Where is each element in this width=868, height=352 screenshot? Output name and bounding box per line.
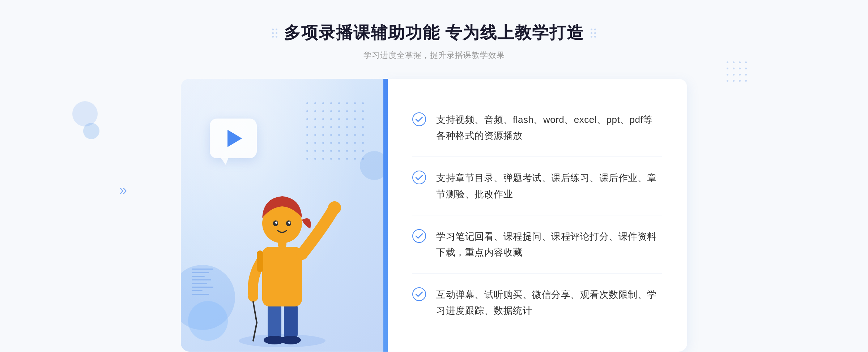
subtitle: 学习进度全掌握，提升录播课教学效果: [272, 50, 596, 61]
feature-item-3: 学习笔记回看、课程提问、课程评论打分、课件资料下载，重点内容收藏: [412, 215, 662, 274]
outer-deco-circle-2: [83, 123, 99, 139]
feature-item-1: 支持视频、音频、flash、word、excel、ppt、pdf等各种格式的资源…: [412, 99, 662, 157]
feature-text-3: 学习笔记回看、课程提问、课程评论打分、课件资料下载，重点内容收藏: [436, 228, 662, 260]
play-triangle-icon: [227, 130, 242, 147]
svg-point-15: [288, 222, 290, 224]
svg-rect-2: [284, 301, 298, 341]
feature-text-2: 支持章节目录、弹题考试、课后练习、课后作业、章节测验、批改作业: [436, 170, 662, 202]
deco-circle-small: [360, 151, 383, 180]
blue-accent-bar: [383, 79, 387, 352]
illustration-dot-grid: [305, 100, 365, 161]
play-bubble: [210, 119, 257, 158]
svg-line-8: [253, 302, 257, 323]
feature-text-4: 互动弹幕、试听购买、微信分享、观看次数限制、学习进度跟踪、数据统计: [436, 287, 662, 318]
svg-rect-16: [257, 250, 263, 272]
title-row: 多项录播课辅助功能 专为线上教学打造: [272, 22, 596, 44]
svg-point-20: [413, 288, 426, 301]
svg-rect-5: [262, 247, 302, 306]
features-panel: 支持视频、音频、flash、word、excel、ppt、pdf等各种格式的资源…: [383, 79, 687, 352]
check-icon-3: [412, 229, 426, 243]
page-wrapper: 多项录播课辅助功能 专为线上教学打造 学习进度全掌握，提升录播课教学效果 »: [0, 0, 868, 352]
header-section: 多项录播课辅助功能 专为线上教学打造 学习进度全掌握，提升录播课教学效果: [272, 22, 596, 61]
feature-item-4: 互动弹幕、试听购买、微信分享、观看次数限制、学习进度跟踪、数据统计: [412, 274, 662, 331]
title-dots-left: [272, 29, 277, 38]
svg-point-4: [281, 336, 301, 344]
chevron-icon: »: [119, 183, 127, 198]
svg-rect-1: [268, 301, 281, 341]
check-icon-2: [412, 171, 426, 184]
outer-deco-circle-1: [72, 101, 98, 126]
content-area: 支持视频、音频、flash、word、excel、ppt、pdf等各种格式的资源…: [181, 79, 687, 352]
svg-point-17: [413, 113, 426, 126]
svg-point-13: [275, 222, 277, 224]
feature-text-1: 支持视频、音频、flash、word、excel、ppt、pdf等各种格式的资源…: [436, 112, 662, 143]
svg-point-18: [413, 171, 426, 184]
title-dots-right: [591, 29, 596, 38]
svg-point-6: [328, 201, 341, 214]
feature-item-2: 支持章节目录、弹题考试、课后练习、课后作业、章节测验、批改作业: [412, 157, 662, 215]
check-icon-4: [412, 287, 426, 301]
left-chevron-deco: »: [119, 183, 127, 198]
svg-point-7: [248, 292, 258, 302]
right-dots-deco: [727, 61, 749, 83]
main-title: 多项录播课辅助功能 专为线上教学打造: [284, 22, 584, 44]
person-illustration: [221, 164, 344, 352]
svg-point-19: [413, 229, 426, 242]
illustration-panel: [181, 79, 383, 352]
check-icon-1: [412, 112, 426, 126]
